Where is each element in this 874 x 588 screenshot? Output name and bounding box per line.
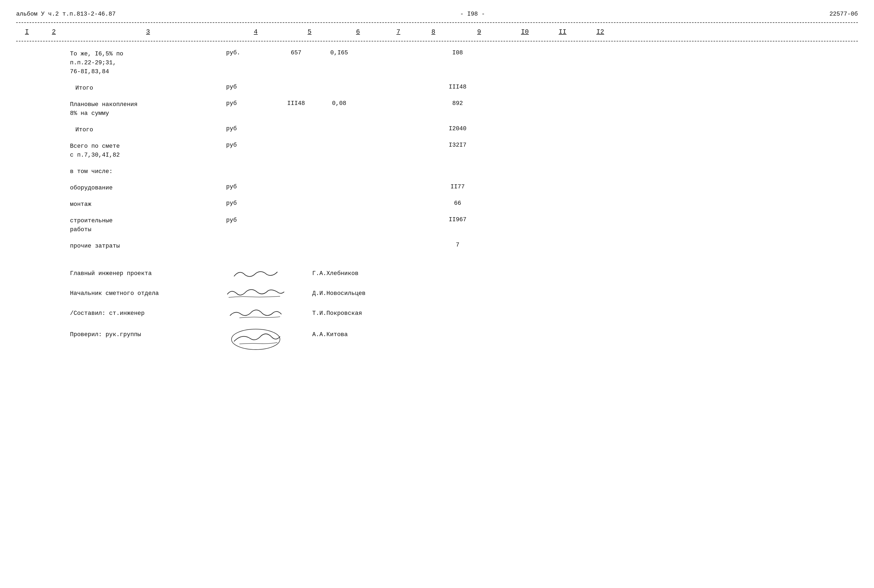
row-unit-7: руб bbox=[221, 200, 275, 207]
sig-row-0: Главный инженер проекта Г.А.Хлебников bbox=[70, 267, 858, 280]
col-header-12: I2 bbox=[581, 28, 619, 36]
dashed-separator-2 bbox=[16, 41, 858, 42]
sig-image-1 bbox=[210, 286, 302, 300]
row-desc-7: монтаж bbox=[70, 200, 221, 209]
row-desc-0: То же, I6,5% по п.п.22-29;31, 76-8I,83,8… bbox=[70, 50, 221, 76]
row-total-9: 7 bbox=[431, 242, 485, 248]
row-unit-2: руб bbox=[221, 100, 275, 107]
sig-row-2: /Составил: ст.инженер Т.И.Покровская bbox=[70, 306, 858, 320]
row-desc-5: в том числе: bbox=[70, 167, 221, 176]
sig-name-3: А.А.Китова bbox=[302, 326, 409, 338]
sig-row-3: Проверил: рук.группы А.А.Китова bbox=[70, 326, 858, 351]
sig-title-1: Начальник сметного отдела bbox=[70, 290, 210, 297]
main-content: То же, I6,5% по п.п.22-29;31, 76-8I,83,8… bbox=[16, 50, 858, 250]
row-unit-8: руб bbox=[221, 216, 275, 224]
table-row: То же, I6,5% по п.п.22-29;31, 76-8I,83,8… bbox=[70, 50, 858, 76]
table-row: Итого руб I2040 bbox=[70, 125, 858, 134]
sig-image-0 bbox=[210, 267, 302, 280]
table-row: оборудование руб II77 bbox=[70, 183, 858, 192]
row-rate-0: 0,I65 bbox=[318, 50, 361, 56]
col-header-4: 4 bbox=[226, 28, 285, 36]
row-total-4: I32I7 bbox=[431, 142, 485, 148]
table-row: прочие затраты 7 bbox=[70, 242, 858, 250]
row-rate-2: 0,08 bbox=[318, 100, 361, 107]
col-header-7: 7 bbox=[382, 28, 414, 36]
signature-section: Главный инженер проекта Г.А.Хлебников На… bbox=[16, 267, 858, 351]
sig-image-2 bbox=[210, 306, 302, 320]
table-row: в том числе: bbox=[70, 167, 858, 176]
row-total-6: II77 bbox=[431, 183, 485, 190]
table-row: Итого руб III48 bbox=[70, 84, 858, 93]
sig-image-3 bbox=[210, 326, 302, 351]
dashed-separator-1 bbox=[16, 22, 858, 23]
col-header-1: I bbox=[16, 28, 38, 36]
col-header-2: 2 bbox=[38, 28, 70, 36]
row-total-8: II967 bbox=[431, 216, 485, 223]
sig-row-1: Начальник сметного отдела Д.И.Новосильце… bbox=[70, 286, 858, 300]
row-desc-2: Плановые накопления 8% на сумму bbox=[70, 100, 221, 118]
sig-title-2: /Составил: ст.инженер bbox=[70, 310, 210, 317]
row-base-2: III48 bbox=[275, 100, 318, 107]
sig-name-1: Д.И.Новосильцев bbox=[302, 290, 409, 297]
row-unit-0: руб. bbox=[221, 50, 275, 56]
row-total-0: I08 bbox=[431, 50, 485, 56]
row-total-1: III48 bbox=[431, 84, 485, 90]
col-header-6: 6 bbox=[334, 28, 382, 36]
row-desc-4: Всего по смете с п.7,30,4I,82 bbox=[70, 142, 221, 160]
sig-title-3: Проверил: рук.группы bbox=[70, 326, 210, 338]
table-row: монтаж руб 66 bbox=[70, 200, 858, 209]
header-left: альбом У ч.2 т.п.813-2-46.87 bbox=[16, 11, 116, 18]
sig-title-0: Главный инженер проекта bbox=[70, 270, 210, 277]
page-header: альбом У ч.2 т.п.813-2-46.87 - I98 - 225… bbox=[16, 11, 858, 18]
header-center: - I98 - bbox=[460, 11, 485, 18]
col-header-8: 8 bbox=[414, 28, 452, 36]
row-unit-4: руб bbox=[221, 142, 275, 148]
col-header-10: I0 bbox=[506, 28, 544, 36]
row-desc-3: Итого bbox=[70, 125, 221, 134]
table-row: Всего по смете с п.7,30,4I,82 руб I32I7 bbox=[70, 142, 858, 160]
table-row: Плановые накопления 8% на сумму руб III4… bbox=[70, 100, 858, 118]
sig-name-0: Г.А.Хлебников bbox=[302, 270, 409, 277]
row-unit-6: руб bbox=[221, 183, 275, 190]
row-total-2: 892 bbox=[431, 100, 485, 107]
row-unit-3: руб bbox=[221, 125, 275, 132]
row-total-3: I2040 bbox=[431, 125, 485, 132]
row-desc-9: прочие затраты bbox=[70, 242, 221, 250]
row-base-0: 657 bbox=[275, 50, 318, 56]
col-header-11: II bbox=[544, 28, 581, 36]
col-header-3: 3 bbox=[70, 28, 226, 36]
row-desc-6: оборудование bbox=[70, 183, 221, 192]
row-desc-8: строительные работы bbox=[70, 216, 221, 234]
row-total-7: 66 bbox=[431, 200, 485, 207]
row-unit-1: руб bbox=[221, 84, 275, 90]
row-desc-1: Итого bbox=[70, 84, 221, 93]
column-headers-row: I 2 3 4 5 6 7 8 9 I0 II I2 bbox=[16, 26, 858, 38]
col-header-5: 5 bbox=[285, 28, 334, 36]
header-right: 22577-0б bbox=[829, 11, 858, 18]
table-row: строительные работы руб II967 bbox=[70, 216, 858, 234]
col-header-9: 9 bbox=[452, 28, 506, 36]
sig-name-2: Т.И.Покровская bbox=[302, 310, 409, 317]
